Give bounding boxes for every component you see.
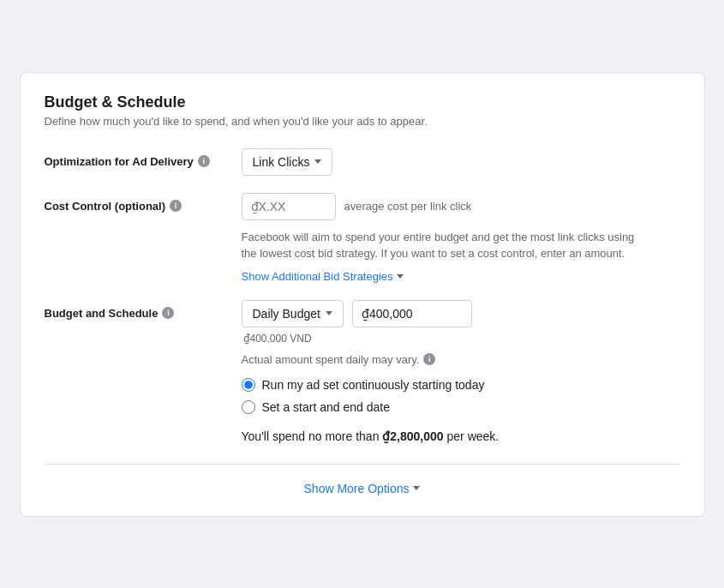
- cost-control-info-icon[interactable]: i: [170, 200, 182, 212]
- schedule-radio-group: Run my ad set continuously starting toda…: [242, 378, 680, 414]
- radio-continuous-input[interactable]: [242, 378, 255, 392]
- radio-start-end-input[interactable]: [242, 400, 255, 414]
- cost-control-input-row: average cost per link click: [242, 193, 680, 220]
- optimization-dropdown[interactable]: Link Clicks: [242, 148, 333, 176]
- show-more-row: Show More Options: [45, 482, 680, 495]
- budget-schedule-label: Budget and Schedule i: [45, 300, 242, 320]
- cost-control-suffix: average cost per link click: [344, 200, 472, 213]
- optimization-row: Optimization for Ad Delivery i Link Clic…: [45, 148, 680, 176]
- cost-control-description: Facebook will aim to spend your entire b…: [242, 229, 653, 262]
- optimization-label: Optimization for Ad Delivery i: [45, 148, 242, 168]
- card-subtitle: Define how much you'd like to spend, and…: [45, 115, 680, 128]
- cost-control-content: average cost per link click Facebook wil…: [242, 193, 680, 283]
- budget-type-dropdown[interactable]: Daily Budget: [242, 300, 344, 327]
- chevron-down-icon: [314, 159, 321, 164]
- show-bid-strategies-link[interactable]: Show Additional Bid Strategies: [242, 270, 404, 283]
- cost-control-row: Cost Control (optional) i average cost p…: [45, 193, 680, 283]
- optimization-content: Link Clicks: [242, 148, 680, 176]
- budget-amount-input[interactable]: [352, 300, 472, 327]
- budget-schedule-content: Daily Budget ₫400,000 VND Actual amount …: [242, 300, 680, 447]
- radio-start-end[interactable]: Set a start and end date: [242, 400, 680, 414]
- radio-continuous[interactable]: Run my ad set continuously starting toda…: [242, 378, 680, 392]
- optimization-info-icon[interactable]: i: [198, 155, 210, 167]
- cost-control-label: Cost Control (optional) i: [45, 193, 242, 213]
- chevron-down-icon: [326, 311, 332, 315]
- cost-control-input[interactable]: [242, 193, 336, 220]
- budget-hint: ₫400,000 VND: [242, 333, 680, 345]
- weekly-amount: ₫2,800,000: [382, 429, 443, 443]
- weekly-spend-note: You'll spend no more than ₫2,800,000 per…: [242, 429, 680, 443]
- chevron-down-icon: [413, 486, 420, 490]
- card-title: Budget & Schedule: [45, 93, 680, 111]
- chevron-down-icon: [397, 274, 404, 279]
- show-more-options-button[interactable]: Show More Options: [304, 482, 421, 495]
- budget-schedule-card: Budget & Schedule Define how much you'd …: [20, 72, 705, 517]
- budget-input-row: Daily Budget: [242, 300, 680, 327]
- amount-note: Actual amount spent daily may vary. i: [242, 353, 680, 366]
- section-divider: [45, 464, 680, 465]
- budget-schedule-row: Budget and Schedule i Daily Budget ₫400,…: [45, 300, 680, 447]
- amount-note-info-icon[interactable]: i: [423, 353, 435, 365]
- budget-schedule-info-icon[interactable]: i: [162, 307, 174, 319]
